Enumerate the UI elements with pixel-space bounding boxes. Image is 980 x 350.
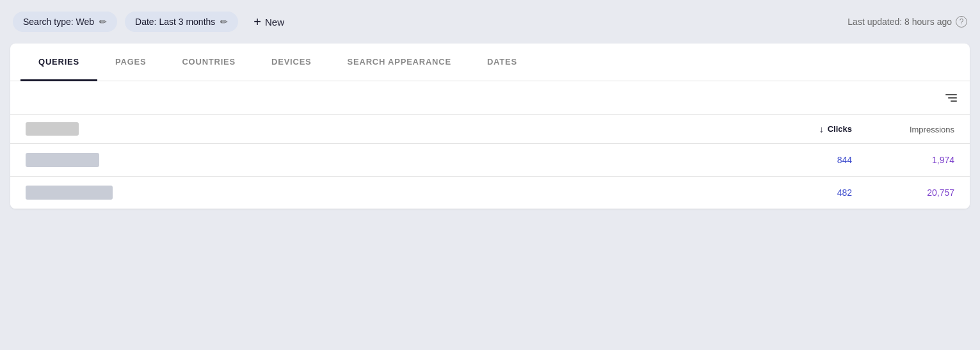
impressions-header-label: Impressions [910,125,954,134]
search-type-edit-icon: ✏ [99,17,107,27]
col-header-clicks[interactable]: ↓ Clicks [750,124,852,134]
clicks-header-label: Clicks [828,124,852,134]
last-updated-text: Last updated: 8 hours ago [847,17,952,27]
query-cell-1: xxxxxxxxxx xxx [26,153,750,167]
filter-lines-icon [945,94,957,102]
filter-button[interactable] [945,94,957,102]
new-button[interactable]: + New [246,10,292,33]
clicks-cell-1: 844 [750,155,852,165]
query-text-1: xxxxxxxxxx xxx [26,153,99,167]
date-chip[interactable]: Date: Last 3 months ✏ [125,12,238,32]
last-updated-section: Last updated: 8 hours ago ? [847,16,967,28]
table-row[interactable]: xxxxxxxx xxxxxxxx 482 20,757 [10,177,970,209]
main-card: QUERIES PAGES COUNTRIES DEVICES SEARCH A… [10,44,970,209]
search-type-label: Search type: Web [23,17,94,27]
query-text-2: xxxxxxxx xxxxxxxx [26,186,113,200]
tab-queries[interactable]: QUERIES [20,44,97,81]
tab-dates[interactable]: DATES [469,44,535,81]
queries-table: Top queries ↓ Clicks Impressions xxxxxxx… [10,115,970,209]
impressions-cell-1: 1,974 [852,155,954,165]
new-label: New [265,17,284,28]
plus-icon: + [253,15,261,28]
sort-arrow-icon: ↓ [819,124,824,134]
date-edit-icon: ✏ [220,17,228,27]
tab-devices[interactable]: DEVICES [253,44,330,81]
col-header-query: Top queries [26,122,750,136]
tab-countries[interactable]: COUNTRIES [164,44,253,81]
date-label: Date: Last 3 months [135,17,215,27]
tab-pages[interactable]: PAGES [97,44,164,81]
impressions-cell-2: 20,757 [852,187,954,198]
query-cell-2: xxxxxxxx xxxxxxxx [26,186,750,200]
search-type-chip[interactable]: Search type: Web ✏ [13,12,117,32]
clicks-cell-2: 482 [750,187,852,198]
help-icon[interactable]: ? [956,16,967,28]
table-row[interactable]: xxxxxxxxxx xxx 844 1,974 [10,144,970,177]
top-bar: Search type: Web ✏ Date: Last 3 months ✏… [10,10,970,33]
tabs-bar: QUERIES PAGES COUNTRIES DEVICES SEARCH A… [10,44,970,81]
col-header-impressions[interactable]: Impressions [852,123,954,135]
top-queries-label: Top queries [26,122,79,136]
table-header: Top queries ↓ Clicks Impressions [10,115,970,144]
filter-row [10,81,970,115]
tab-search-appearance[interactable]: SEARCH APPEARANCE [330,44,469,81]
